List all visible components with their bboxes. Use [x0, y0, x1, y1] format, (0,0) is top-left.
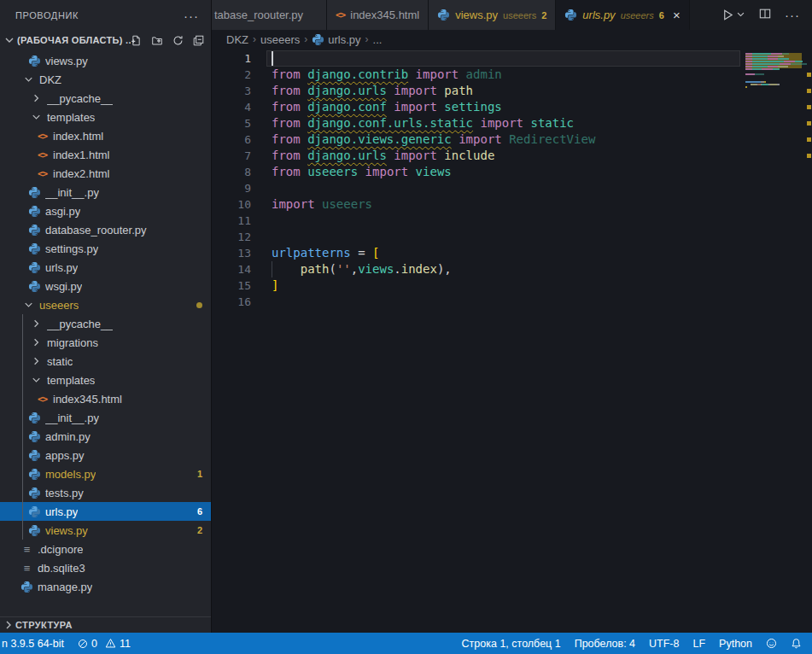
tab-tabase-roouter-py[interactable]: tabase_roouter.py: [212, 0, 327, 30]
tree-item-urls-py[interactable]: urls.py: [0, 258, 211, 277]
minimap-line: [745, 81, 766, 83]
tab-views-py[interactable]: views.pyuseeers2: [429, 0, 556, 30]
tree-item-label: __pycache__: [47, 92, 113, 105]
tree-item--pycache-[interactable]: __pycache__: [0, 89, 211, 108]
tree-item-index1-html[interactable]: <>index1.html: [0, 145, 211, 164]
tree-item--init-py[interactable]: __init__.py: [0, 408, 211, 427]
refresh-icon[interactable]: [172, 35, 184, 46]
tree-item-label: static: [47, 355, 73, 368]
tree-item-models-py[interactable]: models.py1: [0, 464, 211, 483]
run-dropdown-icon[interactable]: [736, 9, 745, 21]
breadcrumb-item[interactable]: urls.py: [312, 33, 360, 46]
code-editor[interactable]: 12from django.contrib import admin3from …: [212, 49, 812, 633]
tree-item-urls-py[interactable]: urls.py6: [0, 502, 211, 521]
file-tree: views.pyDKZ__pycache__templates<>index.h…: [0, 50, 211, 596]
run-button[interactable]: [721, 9, 745, 21]
tree-item-static[interactable]: static: [0, 352, 211, 371]
collapse-all-icon[interactable]: [193, 35, 204, 46]
code-line: from django.conf.urls.static import stat…: [272, 115, 574, 131]
breadcrumb-label: urls.py: [328, 33, 360, 46]
python-icon: [28, 204, 41, 218]
tree-item-label: DKZ: [39, 73, 61, 86]
status-python-version[interactable]: n 3.9.5 64-bit: [0, 633, 71, 654]
line-number: 3: [212, 83, 251, 99]
tree-item-views-py[interactable]: views.py: [0, 51, 211, 70]
tree-item-migrations[interactable]: migrations: [0, 333, 211, 352]
tree-item-manage-py[interactable]: manage.py: [0, 577, 211, 596]
tree-item-apps-py[interactable]: apps.py: [0, 446, 211, 464]
tree-item--dcignore[interactable]: ≡.dcignore: [0, 540, 211, 558]
line-number: 1: [212, 50, 251, 67]
tab-label: index345.html: [350, 9, 419, 21]
tree-item-label: migrations: [47, 336, 98, 349]
breadcrumb-item[interactable]: useeers: [260, 33, 300, 46]
tree-item--init-py[interactable]: __init__.py: [0, 183, 211, 201]
explorer-more-actions-icon[interactable]: ···: [184, 9, 199, 23]
tree-item-index345-html[interactable]: <>index345.html: [0, 389, 211, 408]
status-cursor-position[interactable]: Строка 1, столбец 1: [460, 633, 568, 654]
tree-item-label: __init__.py: [45, 186, 99, 199]
tree-item-database-roouter-py[interactable]: database_roouter.py: [0, 220, 211, 239]
new-file-icon[interactable]: [131, 35, 142, 46]
code-token: path: [444, 84, 473, 97]
tree-item-index-html[interactable]: <>index.html: [0, 126, 211, 145]
status-problems[interactable]: 011: [71, 633, 137, 654]
breadcrumb-item[interactable]: DKZ: [226, 33, 248, 46]
code-token: import: [358, 165, 415, 178]
outline-section-header[interactable]: СТРУКТУРА: [0, 616, 211, 633]
code-token: ]: [272, 278, 278, 292]
workspace-section-header[interactable]: (РАБОЧАЯ ОБЛАСТЬ) ...: [0, 31, 211, 50]
python-icon: [28, 523, 41, 537]
code-token: [: [372, 246, 379, 260]
editor-group: tabase_roouter.py<>index345.htmlviews.py…: [212, 0, 812, 633]
minimap-line: [745, 63, 807, 65]
status-language-mode[interactable]: Python: [712, 633, 759, 654]
feedback-icon[interactable]: [759, 633, 784, 654]
tree-item-label: templates: [47, 374, 95, 387]
tree-item-label: tests.py: [45, 487, 84, 499]
tree-item-asgi-py[interactable]: asgi.py: [0, 201, 211, 220]
code-token: urlpatterns: [272, 246, 351, 260]
status-encoding[interactable]: UTF-8: [642, 633, 686, 654]
tab-urls-py[interactable]: urls.pyuseeers6×: [556, 0, 689, 30]
breadcrumb-separator: ›: [365, 33, 369, 45]
tab-index345-html[interactable]: <>index345.html: [327, 0, 429, 30]
status-eol[interactable]: LF: [686, 633, 712, 654]
python-icon: [20, 580, 33, 593]
new-folder-icon[interactable]: [151, 35, 163, 46]
python-icon: [28, 223, 41, 236]
tree-item--pycache-[interactable]: __pycache__: [0, 314, 211, 333]
tree-item-templates[interactable]: templates: [0, 371, 211, 389]
close-icon[interactable]: ×: [673, 9, 681, 21]
tree-item-dkz[interactable]: DKZ: [0, 70, 211, 89]
line-number: 2: [212, 67, 251, 83]
code-token: import: [408, 67, 465, 81]
code-token: RedirectView: [509, 132, 595, 146]
tree-item-templates[interactable]: templates: [0, 108, 211, 126]
code-token: useeers: [322, 197, 372, 211]
split-editor-button[interactable]: [759, 8, 771, 22]
status-indentation[interactable]: Пробелов: 4: [568, 633, 642, 654]
tree-item-admin-py[interactable]: admin.py: [0, 427, 211, 446]
tree-item-tests-py[interactable]: tests.py: [0, 483, 211, 502]
tree-item-views-py[interactable]: views.py2: [0, 521, 211, 540]
indent-guide: [22, 314, 23, 540]
breadcrumb-item[interactable]: ...: [373, 33, 383, 46]
error-icon: [78, 639, 88, 649]
line-number: 10: [212, 196, 251, 213]
tree-item-index2-html[interactable]: <>index2.html: [0, 164, 211, 183]
code-token: .: [394, 262, 400, 276]
tab-label: tabase_roouter.py: [214, 9, 303, 21]
tree-item-label: settings.py: [45, 242, 98, 255]
tree-item-settings-py[interactable]: settings.py: [0, 239, 211, 258]
filegen-icon: ≡: [20, 561, 33, 575]
code-line: from useeers import views: [272, 164, 452, 180]
code-token: from: [272, 100, 307, 114]
tree-item-label: wsgi.py: [45, 280, 82, 293]
more-actions-icon[interactable]: ···: [785, 8, 800, 22]
notifications-bell-icon[interactable]: [784, 633, 809, 654]
tree-item-label: database_roouter.py: [45, 224, 147, 236]
tree-item-wsgi-py[interactable]: wsgi.py: [0, 277, 211, 295]
tree-item-db-sqlite3[interactable]: ≡db.sqlite3: [0, 558, 211, 577]
tree-item-useeers[interactable]: useeers: [0, 295, 211, 314]
